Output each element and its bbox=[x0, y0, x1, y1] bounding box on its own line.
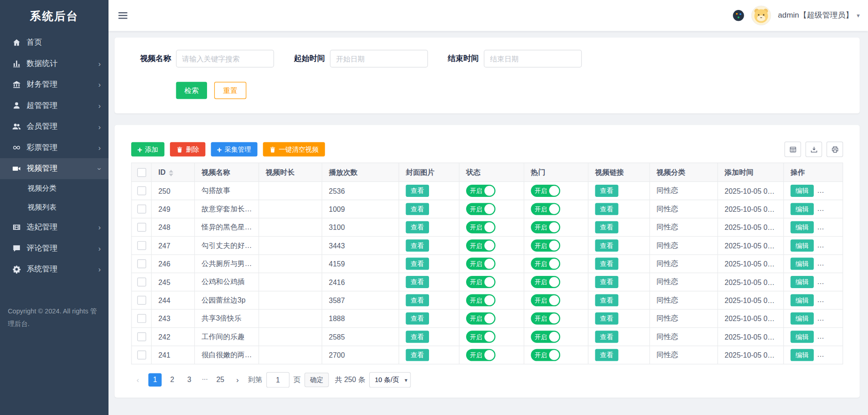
sidebar-item-bank[interactable]: 财务管理› bbox=[0, 74, 108, 95]
sidebar-subitem[interactable]: 视频列表 bbox=[0, 198, 108, 217]
edit-button[interactable]: 编辑 bbox=[791, 221, 814, 233]
edit-button[interactable]: 编辑 bbox=[791, 239, 814, 252]
sidebar-item-comment[interactable]: 评论管理› bbox=[0, 238, 108, 259]
status-toggle[interactable]: 开启 bbox=[466, 294, 495, 306]
edit-button[interactable]: 编辑 bbox=[791, 276, 814, 288]
edit-button[interactable]: 编辑 bbox=[791, 331, 814, 343]
view-cover-button[interactable]: 查看 bbox=[406, 203, 429, 215]
view-cover-button[interactable]: 查看 bbox=[406, 276, 429, 288]
row-checkbox[interactable] bbox=[137, 260, 146, 269]
sidebar-item-users[interactable]: 会员管理› bbox=[0, 116, 108, 137]
sort-icon[interactable] bbox=[169, 169, 173, 176]
row-checkbox[interactable] bbox=[137, 314, 146, 323]
sidebar-item-video[interactable]: 视频管理› bbox=[0, 158, 108, 179]
row-checkbox[interactable] bbox=[137, 278, 146, 287]
select-all-checkbox[interactable] bbox=[137, 168, 146, 177]
sidebar-item-chart[interactable]: 数据统计› bbox=[0, 53, 108, 75]
edit-button[interactable]: 编辑 bbox=[791, 185, 814, 197]
sidebar-subitem[interactable]: 视频分类 bbox=[0, 179, 108, 198]
sidebar-item-home[interactable]: 首页 bbox=[0, 32, 108, 53]
page-button-1[interactable]: 1 bbox=[148, 373, 161, 387]
view-cover-button[interactable]: 查看 bbox=[406, 331, 429, 343]
status-toggle[interactable]: 开启 bbox=[466, 331, 495, 343]
start-date-input[interactable] bbox=[330, 50, 428, 67]
delete-selected-button[interactable]: 删除 bbox=[170, 142, 205, 157]
hot-toggle[interactable]: 开启 bbox=[531, 239, 560, 252]
page-size-select[interactable]: 10 条/页 ▾ bbox=[369, 372, 411, 387]
page-button-25[interactable]: 25 bbox=[214, 373, 227, 387]
reset-button[interactable]: 重置 bbox=[214, 82, 246, 99]
view-link-button[interactable]: 查看 bbox=[595, 239, 618, 252]
avatar[interactable] bbox=[751, 5, 771, 25]
edit-button[interactable]: 编辑 bbox=[791, 294, 814, 306]
theme-icon[interactable] bbox=[732, 9, 745, 22]
export-button[interactable] bbox=[806, 141, 822, 157]
hot-toggle[interactable]: 开启 bbox=[531, 221, 560, 233]
video-name-input[interactable] bbox=[176, 50, 274, 67]
view-link-button[interactable]: 查看 bbox=[595, 294, 618, 306]
search-button[interactable]: 检索 bbox=[176, 82, 207, 99]
view-cover-button[interactable]: 查看 bbox=[406, 312, 429, 325]
user-menu-trigger[interactable]: admin【超级管理员】 ▾ bbox=[778, 10, 860, 20]
sidebar-item-film[interactable]: 选妃管理› bbox=[0, 217, 108, 238]
hot-toggle[interactable]: 开启 bbox=[531, 349, 560, 361]
row-checkbox[interactable] bbox=[137, 223, 146, 232]
status-toggle[interactable]: 开启 bbox=[466, 349, 495, 361]
next-page-button[interactable]: › bbox=[231, 373, 244, 387]
edit-button[interactable]: 编辑 bbox=[791, 203, 814, 215]
view-link-button[interactable]: 查看 bbox=[595, 185, 618, 197]
hot-toggle[interactable]: 开启 bbox=[531, 258, 560, 270]
view-cover-button[interactable]: 查看 bbox=[406, 221, 429, 233]
end-date-input[interactable] bbox=[484, 50, 582, 67]
goto-page-input[interactable] bbox=[266, 372, 289, 387]
columns-setting-button[interactable] bbox=[784, 141, 801, 157]
status-toggle[interactable]: 开启 bbox=[466, 276, 495, 288]
status-toggle[interactable]: 开启 bbox=[466, 221, 495, 233]
view-link-button[interactable]: 查看 bbox=[595, 349, 618, 361]
view-cover-button[interactable]: 查看 bbox=[406, 349, 429, 361]
row-checkbox[interactable] bbox=[137, 241, 146, 250]
view-link-button[interactable]: 查看 bbox=[595, 276, 618, 288]
row-checkbox[interactable] bbox=[137, 296, 146, 305]
view-cover-button[interactable]: 查看 bbox=[406, 185, 429, 197]
row-checkbox[interactable] bbox=[137, 205, 146, 214]
status-toggle[interactable]: 开启 bbox=[466, 312, 495, 325]
collect-manage-button[interactable]: + 采集管理 bbox=[211, 142, 257, 157]
page-button-2[interactable]: 2 bbox=[165, 373, 179, 387]
hot-toggle[interactable]: 开启 bbox=[531, 294, 560, 306]
view-link-button[interactable]: 查看 bbox=[595, 331, 618, 343]
row-checkbox[interactable] bbox=[137, 332, 146, 341]
sidebar-item-infinity[interactable]: 彩票管理› bbox=[0, 137, 108, 159]
hot-toggle[interactable]: 开启 bbox=[531, 203, 560, 215]
view-link-button[interactable]: 查看 bbox=[595, 312, 618, 325]
chevron-icon: › bbox=[99, 122, 101, 131]
goto-confirm-button[interactable]: 确定 bbox=[304, 373, 329, 387]
hot-toggle[interactable]: 开启 bbox=[531, 312, 560, 325]
status-toggle[interactable]: 开启 bbox=[466, 258, 495, 270]
print-button[interactable] bbox=[826, 141, 843, 157]
edit-button[interactable]: 编辑 bbox=[791, 312, 814, 325]
clear-all-videos-button[interactable]: 一键清空视频 bbox=[263, 142, 325, 157]
row-checkbox[interactable] bbox=[137, 187, 146, 196]
view-link-button[interactable]: 查看 bbox=[595, 203, 618, 215]
view-cover-button[interactable]: 查看 bbox=[406, 258, 429, 270]
view-link-button[interactable]: 查看 bbox=[595, 258, 618, 270]
hamburger-icon[interactable] bbox=[118, 9, 130, 22]
hot-toggle[interactable]: 开启 bbox=[531, 276, 560, 288]
view-link-button[interactable]: 查看 bbox=[595, 221, 618, 233]
edit-button[interactable]: 编辑 bbox=[791, 349, 814, 361]
edit-button[interactable]: 编辑 bbox=[791, 258, 814, 270]
prev-page-button[interactable]: ‹ bbox=[131, 373, 144, 387]
hot-toggle[interactable]: 开启 bbox=[531, 185, 560, 197]
status-toggle[interactable]: 开启 bbox=[466, 185, 495, 197]
add-button[interactable]: + 添加 bbox=[131, 142, 164, 157]
hot-toggle[interactable]: 开启 bbox=[531, 331, 560, 343]
page-button-3[interactable]: 3 bbox=[183, 373, 196, 387]
status-toggle[interactable]: 开启 bbox=[466, 239, 495, 252]
sidebar-item-user[interactable]: 超管管理› bbox=[0, 95, 108, 117]
row-checkbox[interactable] bbox=[137, 351, 146, 360]
view-cover-button[interactable]: 查看 bbox=[406, 294, 429, 306]
sidebar-item-gear[interactable]: 系统管理› bbox=[0, 259, 108, 280]
status-toggle[interactable]: 开启 bbox=[466, 203, 495, 215]
view-cover-button[interactable]: 查看 bbox=[406, 239, 429, 252]
